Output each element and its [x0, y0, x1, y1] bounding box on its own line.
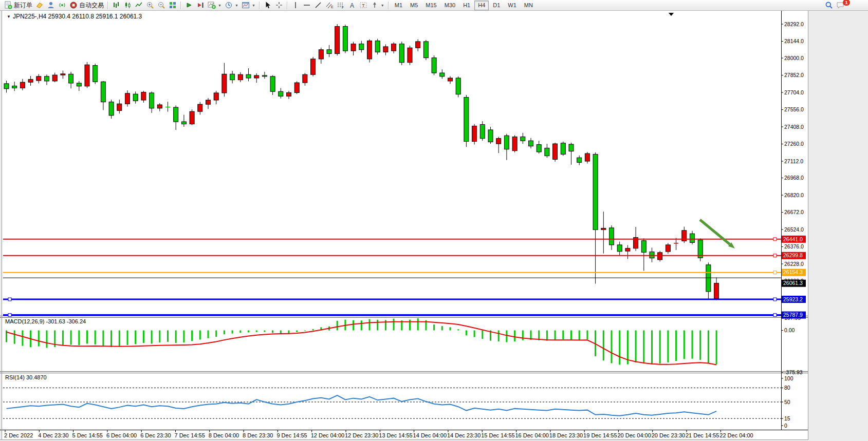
horizontal-line-button[interactable] — [301, 1, 312, 10]
time-axis-label: 14 Dec 04:00 — [413, 432, 447, 438]
zoom-out-icon — [157, 1, 165, 9]
candle-body — [577, 158, 582, 162]
timeframe-m15[interactable]: M15 — [422, 1, 440, 10]
new-order-button[interactable]: 新订单 — [3, 1, 34, 10]
text-button[interactable]: A — [346, 1, 358, 10]
trendline-button[interactable] — [312, 1, 324, 10]
search-button[interactable] — [823, 1, 835, 10]
candle-body — [52, 75, 57, 81]
price-tick-label: 26672.0 — [784, 209, 804, 215]
candle-body — [610, 228, 614, 245]
chart-title[interactable]: ▼ JPN225-,H4 25930.4 26110.8 25916.1 260… — [7, 13, 142, 20]
vertical-line-button[interactable] — [290, 1, 301, 10]
price-tick-label: 28000.0 — [784, 55, 804, 61]
hline-handle[interactable] — [773, 238, 777, 241]
candle-body — [12, 86, 17, 88]
timeframe-h4[interactable]: H4 — [474, 1, 489, 10]
timeframe-mn[interactable]: MN — [521, 1, 537, 10]
candle-body — [20, 82, 25, 88]
hline-price-badge-label: 25787.9 — [783, 312, 803, 318]
fibonacci-button[interactable]: F — [335, 1, 346, 10]
time-axis-label: 13 Dec 14:55 — [379, 432, 412, 438]
candle-body — [423, 42, 428, 58]
toolbar-separator — [259, 2, 260, 9]
zoom-in-button[interactable] — [144, 1, 156, 10]
candle-body — [448, 78, 453, 81]
timeframe-m1[interactable]: M1 — [391, 1, 406, 10]
styles-button[interactable] — [34, 1, 45, 10]
candle-body — [440, 73, 445, 76]
crosshair-button[interactable] — [273, 1, 285, 10]
timeframe-d1[interactable]: D1 — [489, 1, 504, 10]
candle-body — [553, 144, 558, 159]
arrows-button[interactable]: ▼ — [369, 1, 386, 10]
candle-body — [133, 94, 138, 101]
candle-body — [383, 47, 388, 52]
candle-body — [36, 76, 41, 81]
candle-body — [335, 27, 340, 54]
zoom-in-icon — [146, 1, 154, 9]
timeframe-m30[interactable]: M30 — [441, 1, 459, 10]
rsi-tick-label: 15 — [784, 415, 790, 421]
zoom-out-button[interactable] — [156, 1, 167, 10]
timeframe-h1[interactable]: H1 — [459, 1, 474, 10]
hline-handle[interactable] — [773, 271, 777, 274]
templates-button[interactable]: ▼ — [240, 1, 257, 10]
candle-body — [408, 48, 412, 63]
candle-body — [141, 92, 146, 100]
timeframe-group: M1M5M15M30H1H4D1W1MN — [391, 1, 537, 10]
auto-scroll-button[interactable] — [183, 1, 195, 10]
profile-button[interactable] — [45, 1, 57, 10]
candle-body — [61, 74, 65, 75]
periods-button[interactable]: ▼ — [223, 1, 240, 10]
timeframe-w1[interactable]: W1 — [504, 1, 520, 10]
candle-body — [270, 76, 275, 91]
tile-windows-icon — [169, 1, 177, 9]
candle-body — [529, 141, 533, 146]
chart-shift-button[interactable] — [195, 1, 206, 10]
candle-body — [238, 74, 243, 80]
horizontal-line-icon — [303, 1, 311, 9]
indicators-add-icon — [208, 1, 216, 9]
time-axis-label: 20 Dec 23:30 — [652, 432, 685, 438]
timeframe-m5[interactable]: M5 — [407, 1, 421, 10]
rsi-tick-label: 50 — [784, 399, 790, 405]
candlestick-chart-button[interactable] — [122, 1, 133, 10]
cursor-button[interactable] — [262, 1, 273, 10]
hline-handle[interactable] — [773, 254, 777, 257]
rsi-indicator-label: RSI(14) 30.4870 — [5, 374, 47, 380]
time-axis-label: 12 Dec 04:00 — [311, 432, 344, 438]
price-tick-label: 27704.0 — [784, 89, 804, 95]
text-icon: A — [348, 1, 356, 9]
chart-area[interactable]: 28292.028144.028000.027852.027704.027556… — [0, 0, 868, 441]
candle-body — [399, 44, 404, 62]
svg-text:T: T — [362, 3, 365, 8]
svg-text:A: A — [350, 2, 354, 9]
hline-handle[interactable] — [773, 298, 777, 301]
equidistant-channel-button[interactable]: E — [324, 1, 335, 10]
candle-body — [125, 93, 130, 104]
line-chart-button[interactable] — [133, 1, 144, 10]
profile-icon — [47, 1, 55, 9]
signal-button[interactable] — [57, 1, 68, 10]
time-axis-label: 6 Dec 04:00 — [106, 432, 137, 438]
candle-body — [658, 253, 662, 260]
chat-badge: 1 — [843, 0, 850, 6]
text-label-button[interactable]: T — [358, 1, 369, 10]
candle-body — [262, 75, 267, 76]
autotrade-button[interactable]: 自动交易 — [68, 1, 105, 10]
hline-handle[interactable] — [8, 298, 11, 301]
svg-text:F: F — [342, 6, 344, 9]
candle-body — [45, 76, 49, 81]
chat-button[interactable]: 1 — [835, 1, 846, 10]
tile-windows-button[interactable] — [167, 1, 178, 10]
symbol-dropdown-icon[interactable]: ▼ — [7, 14, 11, 19]
toolbar-separator — [388, 2, 389, 9]
indicators-button[interactable]: ▼ — [206, 1, 223, 10]
crosshair-icon — [275, 1, 283, 9]
price-tick-label: 28292.0 — [784, 21, 804, 27]
bar-chart-button[interactable] — [110, 1, 122, 10]
hline-handle[interactable] — [8, 314, 11, 317]
candle-body — [351, 44, 356, 51]
hline-handle[interactable] — [773, 314, 777, 317]
